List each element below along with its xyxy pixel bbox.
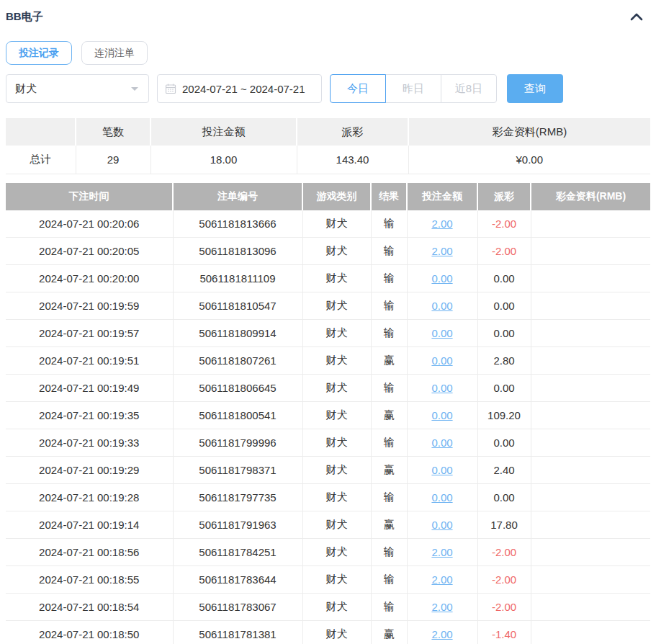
payout-cell: -2.00 [477, 238, 531, 265]
result-cell: 输 [371, 429, 407, 457]
query-button[interactable]: 查询 [507, 74, 563, 103]
bonus-cell [531, 621, 650, 644]
payout-cell: -2.00 [477, 566, 531, 594]
bet-id-cell: 5061181809914 [173, 320, 302, 347]
bonus-cell [531, 265, 650, 292]
header-bet-time: 下注时间 [6, 183, 173, 210]
bet-amount-link[interactable]: 0.00 [431, 272, 452, 285]
table-row: 2024-07-21 00:18:55 5061181783644 财犬 输 2… [6, 566, 650, 594]
bet-time-cell: 2024-07-21 00:18:54 [6, 594, 173, 621]
result-cell: 输 [371, 539, 407, 566]
bet-amount-link[interactable]: 2.00 [431, 218, 452, 230]
game-type-cell: 财犬 [302, 594, 371, 621]
game-type-cell: 财犬 [302, 347, 371, 375]
game-type-cell: 财犬 [302, 375, 371, 402]
bet-id-cell: 5061181791963 [173, 511, 302, 539]
header-game-type: 游戏类别 [302, 183, 371, 210]
summary-table: 笔数 投注金额 派彩 彩金资料(RMB) 总计 29 18.00 143.40 … [6, 118, 650, 174]
summary-header-row: 笔数 投注金额 派彩 彩金资料(RMB) [6, 118, 650, 146]
collapse-panel-button[interactable] [627, 9, 646, 24]
summary-header-count: 笔数 [76, 118, 150, 146]
bet-amount-cell: 0.00 [407, 457, 477, 484]
game-type-cell: 财犬 [302, 238, 371, 265]
bet-amount-link[interactable]: 0.00 [431, 409, 452, 421]
table-row: 2024-07-21 00:19:51 5061181807261 财犬 赢 0… [6, 347, 650, 375]
filter-bar: 财犬 2024-07-21 ~ 2024-07-21 今日 昨日 近8日 查询 [6, 74, 650, 103]
bet-amount-link[interactable]: 0.00 [431, 300, 452, 312]
summary-header-payout: 派彩 [297, 118, 408, 146]
table-row: 2024-07-21 00:19:28 5061181797735 财犬 输 0… [6, 484, 650, 511]
bet-id-cell: 5061181806645 [173, 375, 302, 402]
bet-amount-cell: 2.00 [407, 594, 477, 621]
table-row: 2024-07-21 00:18:56 5061181784251 财犬 输 2… [6, 539, 650, 566]
bet-amount-link[interactable]: 2.00 [431, 245, 452, 257]
date-range-input[interactable]: 2024-07-21 ~ 2024-07-21 [157, 74, 322, 103]
bonus-cell [531, 484, 650, 511]
bet-records-panel: BB电子 投注记录 连消注单 财犬 [0, 0, 656, 644]
bonus-cell [531, 511, 650, 539]
record-type-tabs: 投注记录 连消注单 [6, 41, 650, 65]
table-row: 2024-07-21 00:19:49 5061181806645 财犬 输 0… [6, 375, 650, 402]
bet-amount-cell: 0.00 [407, 484, 477, 511]
bet-id-cell: 5061181797735 [173, 484, 302, 511]
game-select[interactable]: 财犬 [6, 74, 149, 103]
game-type-cell: 财犬 [302, 484, 371, 511]
bonus-cell [531, 375, 650, 402]
yesterday-button[interactable]: 昨日 [385, 74, 441, 103]
bet-amount-link[interactable]: 0.00 [431, 327, 452, 339]
game-type-cell: 财犬 [302, 402, 371, 429]
bet-amount-cell: 0.00 [407, 320, 477, 347]
header-payout: 派彩 [477, 183, 531, 210]
game-select-value: 财犬 [15, 82, 37, 96]
game-type-cell: 财犬 [302, 320, 371, 347]
bet-amount-link[interactable]: 0.00 [431, 519, 452, 531]
bet-time-cell: 2024-07-21 00:19:57 [6, 320, 173, 347]
result-cell: 输 [371, 265, 407, 292]
header-bonus: 彩金资料(RMB) [531, 183, 650, 210]
summary-total-payout: 143.40 [297, 146, 408, 174]
result-cell: 赢 [371, 511, 407, 539]
bet-amount-link[interactable]: 2.00 [431, 573, 452, 586]
table-row: 2024-07-21 00:18:54 5061181783067 财犬 输 2… [6, 594, 650, 621]
game-type-cell: 财犬 [302, 429, 371, 457]
table-row: 2024-07-21 00:20:05 5061181813096 财犬 输 2… [6, 238, 650, 265]
bet-amount-cell: 2.00 [407, 566, 477, 594]
bet-amount-link[interactable]: 0.00 [431, 464, 452, 476]
result-cell: 输 [371, 238, 407, 265]
bonus-cell [531, 457, 650, 484]
tab-cancelled-bets[interactable]: 连消注单 [81, 41, 148, 65]
bonus-cell [531, 292, 650, 320]
table-row: 2024-07-21 00:19:35 5061181800541 财犬 赢 0… [6, 402, 650, 429]
today-button[interactable]: 今日 [330, 74, 386, 103]
panel-header: BB电子 [6, 9, 650, 24]
result-cell: 输 [371, 566, 407, 594]
bet-time-cell: 2024-07-21 00:20:00 [6, 265, 173, 292]
bet-amount-link[interactable]: 2.00 [431, 628, 452, 640]
bet-amount-link[interactable]: 2.00 [431, 546, 452, 558]
result-cell: 输 [371, 210, 407, 238]
bet-amount-link[interactable]: 0.00 [431, 491, 452, 504]
bet-amount-link[interactable]: 0.00 [431, 437, 452, 449]
bet-amount-cell: 2.00 [407, 621, 477, 644]
result-cell: 输 [371, 375, 407, 402]
bet-amount-cell: 0.00 [407, 265, 477, 292]
game-type-cell: 财犬 [302, 511, 371, 539]
payout-cell: -2.00 [477, 539, 531, 566]
result-cell: 赢 [371, 347, 407, 375]
payout-cell: 0.00 [477, 292, 531, 320]
bet-time-cell: 2024-07-21 00:19:29 [6, 457, 173, 484]
bet-amount-link[interactable]: 2.00 [431, 601, 452, 613]
payout-cell: 0.00 [477, 265, 531, 292]
bet-amount-link[interactable]: 0.00 [431, 382, 452, 394]
result-cell: 赢 [371, 402, 407, 429]
last-8-days-button[interactable]: 近8日 [441, 74, 497, 103]
table-row: 2024-07-21 00:20:00 5061181811109 财犬 输 0… [6, 265, 650, 292]
result-cell: 赢 [371, 621, 407, 644]
payout-cell: 109.20 [477, 402, 531, 429]
tab-bet-records[interactable]: 投注记录 [6, 41, 72, 65]
bonus-cell [531, 539, 650, 566]
bet-time-cell: 2024-07-21 00:19:51 [6, 347, 173, 375]
result-cell: 输 [371, 484, 407, 511]
bet-amount-link[interactable]: 0.00 [431, 354, 452, 367]
bet-id-cell: 5061181783067 [173, 594, 302, 621]
